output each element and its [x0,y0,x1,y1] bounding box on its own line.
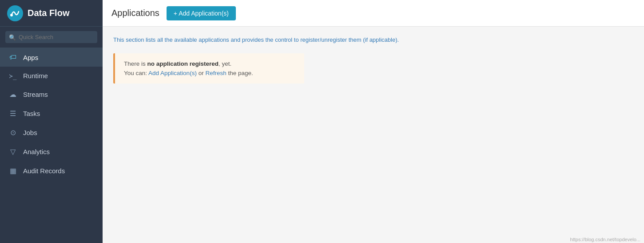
logo-icon [7,5,23,21]
main-content: Applications + Add Application(s) This s… [103,0,644,243]
sidebar-item-apps-label: Apps [23,54,38,61]
page-title: Applications [111,8,159,18]
search-area: 🔍 [0,27,103,48]
svg-point-1 [10,14,13,16]
search-input[interactable] [5,31,97,43]
notice-line2-prefix: You can: [124,70,148,76]
jobs-icon: ⊙ [8,128,18,137]
apps-icon: 🏷 [8,53,18,61]
top-bar: Applications + Add Application(s) [103,0,644,27]
audit-records-icon: ▦ [8,167,18,175]
sidebar-item-streams-label: Streams [23,91,48,98]
sidebar-item-streams[interactable]: ☁ Streams [0,85,103,104]
status-url: https://blog.csdn.net/topdevelo... [570,237,640,242]
tasks-icon: ☰ [8,109,18,118]
sidebar-item-audit-records[interactable]: ▦ Audit Records [0,161,103,180]
app-title: Data Flow [28,8,69,18]
runtime-icon: ≻_ [8,72,18,80]
sidebar-item-apps[interactable]: 🏷 Apps [0,48,103,67]
notice-line1-suffix: , yet. [219,60,231,67]
add-application-link[interactable]: Add Application(s) [148,70,197,76]
notice-line2-middle: or [197,70,206,76]
description-suffix: (if applicable). [363,36,399,43]
sidebar-item-runtime-label: Runtime [23,72,48,80]
section-description: This section lists all the available app… [113,36,633,44]
logo-area: Data Flow [0,0,103,27]
notice-line2: You can: Add Application(s) or Refresh t… [124,70,295,76]
sidebar: Data Flow 🔍 🏷 Apps ≻_ Runtime ☁ Streams … [0,0,103,243]
status-bar: https://blog.csdn.net/topdevelo... [567,236,644,243]
notice-line1: There is no application registered, yet. [124,60,295,67]
sidebar-item-analytics[interactable]: ▽ Analytics [0,142,103,161]
search-icon: 🔍 [9,34,16,40]
add-application-button[interactable]: + Add Application(s) [167,6,236,20]
sidebar-item-tasks-label: Tasks [23,110,40,117]
sidebar-item-audit-records-label: Audit Records [23,167,65,175]
notice-line2-suffix: the page. [227,70,253,76]
streams-icon: ☁ [8,90,18,99]
sidebar-item-tasks[interactable]: ☰ Tasks [0,104,103,123]
description-prefix: This section lists all the available app… [113,36,363,43]
notice-box: There is no application registered, yet.… [113,53,304,84]
notice-line1-prefix: There is [124,60,147,67]
sidebar-nav: 🏷 Apps ≻_ Runtime ☁ Streams ☰ Tasks ⊙ Jo… [0,48,103,180]
sidebar-item-jobs-label: Jobs [23,129,37,136]
sidebar-item-analytics-label: Analytics [23,148,50,155]
content-area: This section lists all the available app… [103,27,644,243]
sidebar-item-jobs[interactable]: ⊙ Jobs [0,123,103,142]
analytics-icon: ▽ [8,147,18,156]
sidebar-item-runtime[interactable]: ≻_ Runtime [0,67,103,85]
refresh-link[interactable]: Refresh [205,70,226,76]
notice-line1-bold: no application registered [147,60,219,67]
